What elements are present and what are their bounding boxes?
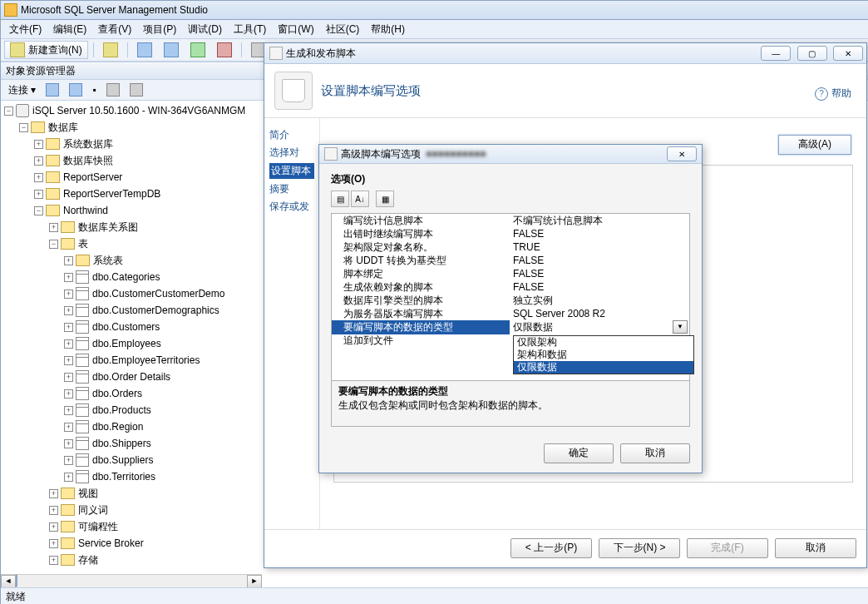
expand-icon[interactable]: − bbox=[4, 106, 13, 116]
toolbar-btn[interactable] bbox=[99, 41, 122, 59]
nav-summary[interactable]: 摘要 bbox=[269, 182, 314, 196]
expand-icon[interactable]: + bbox=[34, 140, 43, 149]
grid-row[interactable]: 将 UDDT 转换为基类型FALSE bbox=[332, 254, 689, 267]
toolbar-btn[interactable] bbox=[160, 41, 183, 59]
tree-server[interactable]: iSQL Server 10.50.1600 - WIN-364VG6ANMGM bbox=[32, 105, 245, 116]
advanced-button[interactable]: 高级(A) bbox=[778, 135, 851, 155]
tree-item[interactable]: 系统表 bbox=[93, 254, 123, 268]
prev-button[interactable]: < 上一步(P) bbox=[510, 538, 592, 558]
next-button[interactable]: 下一步(N) > bbox=[599, 538, 680, 558]
minimize-button[interactable]: — bbox=[761, 46, 791, 61]
nav-intro[interactable]: 简介 bbox=[269, 128, 314, 142]
expand-icon[interactable]: + bbox=[64, 273, 73, 282]
expand-icon[interactable]: + bbox=[64, 356, 73, 365]
expand-icon[interactable]: + bbox=[64, 389, 73, 399]
menu-view[interactable]: 查看(V) bbox=[93, 21, 136, 38]
close-button[interactable]: ✕ bbox=[667, 146, 697, 161]
expand-icon[interactable]: + bbox=[64, 373, 73, 382]
ok-button[interactable]: 确定 bbox=[544, 443, 614, 463]
tree-item[interactable]: Service Broker bbox=[78, 537, 144, 549]
expand-icon[interactable]: + bbox=[64, 256, 73, 265]
expand-icon[interactable]: + bbox=[64, 290, 73, 299]
tree-table[interactable]: dbo.CustomerCustomerDemo bbox=[92, 288, 224, 300]
grid-row[interactable]: 出错时继续编写脚本FALSE bbox=[332, 227, 689, 240]
tree-table[interactable]: dbo.Territories bbox=[92, 471, 155, 483]
menu-window[interactable]: 窗口(W) bbox=[273, 21, 318, 38]
toolbar-btn[interactable] bbox=[42, 81, 63, 99]
grid-value[interactable]: FALSE bbox=[510, 228, 689, 240]
tree-item[interactable]: ReportServer bbox=[63, 171, 122, 183]
expand-icon[interactable]: + bbox=[64, 473, 73, 482]
dropdown-list[interactable]: 仅限架构 架构和数据 仅限数据 bbox=[513, 335, 694, 374]
tree-item[interactable]: 视图 bbox=[78, 487, 98, 501]
toolbar-btn[interactable] bbox=[126, 81, 147, 99]
tree-item[interactable]: 可编程性 bbox=[78, 520, 118, 534]
tree-tables[interactable]: 表 bbox=[78, 237, 88, 251]
expand-icon[interactable]: + bbox=[49, 539, 58, 548]
tree-table[interactable]: dbo.Products bbox=[92, 404, 151, 416]
expand-icon[interactable]: + bbox=[64, 439, 73, 448]
new-query-button[interactable]: 新建查询(N) bbox=[4, 41, 88, 59]
nav-choose[interactable]: 选择对 bbox=[269, 146, 314, 160]
horizontal-scrollbar[interactable]: ◄ ► bbox=[1, 574, 262, 588]
tree-table[interactable]: dbo.EmployeeTerritories bbox=[92, 354, 200, 366]
dropdown-handle-icon[interactable]: ▼ bbox=[673, 320, 688, 334]
toolbar-btn[interactable] bbox=[65, 81, 86, 99]
cancel-button[interactable]: 取消 bbox=[775, 538, 856, 558]
expand-icon[interactable]: + bbox=[49, 556, 58, 565]
toolbar-filter-button[interactable] bbox=[102, 81, 124, 99]
tree-item[interactable]: ReportServerTempDB bbox=[63, 188, 160, 200]
menu-help[interactable]: 帮助(H) bbox=[366, 21, 410, 38]
dropdown-option[interactable]: 架构和数据 bbox=[514, 349, 693, 361]
tree-table[interactable]: dbo.Categories bbox=[92, 271, 160, 283]
expand-icon[interactable]: + bbox=[64, 423, 73, 432]
cancel-button[interactable]: 取消 bbox=[620, 443, 690, 463]
toolbar-btn[interactable]: ▦ bbox=[376, 191, 394, 207]
options-grid[interactable]: 编写统计信息脚本不编写统计信息脚本出错时继续编写脚本FALSE架构限定对象名称。… bbox=[331, 213, 690, 381]
menu-project[interactable]: 项目(P) bbox=[138, 21, 181, 38]
expand-icon[interactable]: + bbox=[49, 489, 58, 498]
scroll-left-icon[interactable]: ◄ bbox=[1, 575, 16, 588]
tree-item[interactable]: 数据库关系图 bbox=[78, 220, 138, 235]
help-link[interactable]: ? 帮助 bbox=[815, 87, 851, 101]
expand-icon[interactable]: + bbox=[64, 456, 73, 465]
categorize-button[interactable]: ▤ bbox=[331, 191, 349, 207]
grid-value[interactable]: FALSE bbox=[510, 255, 689, 266]
dropdown-option-selected[interactable]: 仅限数据 bbox=[514, 361, 693, 374]
expand-icon[interactable]: + bbox=[64, 406, 73, 415]
tree-item[interactable]: 存储 bbox=[78, 553, 98, 567]
tree-item[interactable]: 系统数据库 bbox=[63, 137, 113, 151]
maximize-button[interactable]: ▢ bbox=[797, 46, 827, 61]
scroll-right-icon[interactable]: ► bbox=[247, 575, 262, 588]
connect-button[interactable]: 连接 ▾ bbox=[4, 81, 40, 99]
tree-item[interactable]: 同义词 bbox=[78, 503, 108, 517]
menu-edit[interactable]: 编辑(E) bbox=[48, 21, 91, 38]
nav-save[interactable]: 保存或发 bbox=[269, 200, 314, 214]
grid-row[interactable]: 生成依赖对象的脚本FALSE bbox=[332, 280, 689, 294]
menu-tools[interactable]: 工具(T) bbox=[229, 21, 271, 38]
grid-row[interactable]: 编写统计信息脚本不编写统计信息脚本 bbox=[332, 214, 689, 227]
tree-databases[interactable]: 数据库 bbox=[48, 121, 78, 135]
tree-item[interactable]: 数据库快照 bbox=[63, 154, 113, 168]
tree-table[interactable]: dbo.Employees bbox=[92, 338, 161, 349]
expand-icon[interactable]: − bbox=[19, 123, 28, 132]
tree-table[interactable]: dbo.Shippers bbox=[92, 438, 151, 449]
expand-icon[interactable]: + bbox=[49, 223, 58, 232]
menu-community[interactable]: 社区(C) bbox=[321, 21, 365, 38]
grid-value[interactable]: FALSE bbox=[510, 268, 689, 280]
grid-value[interactable]: 仅限数据▼ bbox=[510, 320, 689, 334]
expand-icon[interactable]: + bbox=[34, 156, 43, 166]
expand-icon[interactable]: + bbox=[64, 323, 73, 332]
expand-icon[interactable]: + bbox=[64, 306, 73, 315]
grid-row[interactable]: 为服务器版本编写脚本SQL Server 2008 R2 bbox=[332, 307, 689, 320]
expand-icon[interactable]: − bbox=[34, 206, 43, 215]
toolbar-btn[interactable] bbox=[213, 41, 236, 59]
grid-value[interactable]: FALSE bbox=[510, 281, 689, 293]
expand-icon[interactable]: + bbox=[34, 190, 43, 199]
close-button[interactable]: ✕ bbox=[833, 46, 863, 61]
grid-value[interactable]: SQL Server 2008 R2 bbox=[510, 308, 689, 319]
menu-file[interactable]: 文件(F) bbox=[4, 21, 47, 38]
grid-row[interactable]: 要编写脚本的数据的类型仅限数据▼ bbox=[332, 320, 689, 334]
grid-row[interactable]: 脚本绑定FALSE bbox=[332, 267, 689, 280]
nav-options[interactable]: 设置脚本 bbox=[269, 163, 314, 179]
